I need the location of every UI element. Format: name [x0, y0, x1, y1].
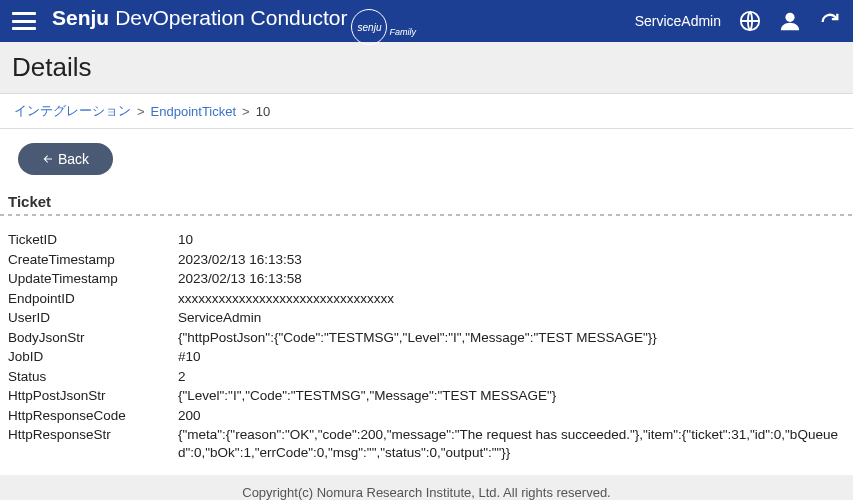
field-label: HttpPostJsonStr [8, 387, 178, 405]
field-value: ServiceAdmin [178, 309, 845, 327]
field-value: 2023/02/13 16:13:53 [178, 251, 845, 269]
field-value: 2 [178, 368, 845, 386]
field-value: {"httpPostJson":{"Code":"TESTMSG","Level… [178, 329, 845, 347]
field-row: BodyJsonStr{"httpPostJson":{"Code":"TEST… [8, 328, 845, 348]
field-row: CreateTimestamp2023/02/13 16:13:53 [8, 250, 845, 270]
field-row: HttpResponseStr{"meta":{"reason":"OK","c… [8, 425, 845, 462]
field-label: HttpResponseCode [8, 407, 178, 425]
field-value: 200 [178, 407, 845, 425]
field-label: UpdateTimestamp [8, 270, 178, 288]
field-label: BodyJsonStr [8, 329, 178, 347]
section-title: Ticket [8, 193, 853, 210]
footer: Copyright(c) Nomura Research Institute, … [0, 475, 853, 500]
field-label: TicketID [8, 231, 178, 249]
field-row: UpdateTimestamp2023/02/13 16:13:58 [8, 269, 845, 289]
brand-rest: DevOperation Conductor [115, 6, 347, 30]
field-label: Status [8, 368, 178, 386]
brand: Senju DevOperation Conductor senju Famil… [52, 3, 635, 39]
refresh-icon[interactable] [819, 10, 841, 32]
topbar-right: ServiceAdmin [635, 10, 841, 32]
field-value: {"Level":"I","Code":"TESTMSG","Message":… [178, 387, 845, 405]
field-label: HttpResponseStr [8, 426, 178, 461]
menu-icon[interactable] [12, 12, 36, 30]
field-value: 2023/02/13 16:13:58 [178, 270, 845, 288]
arrow-left-icon [42, 153, 54, 165]
field-value: xxxxxxxxxxxxxxxxxxxxxxxxxxxxxxxx [178, 290, 845, 308]
page-title: Details [0, 42, 853, 93]
brand-bold: Senju [52, 6, 109, 30]
field-label: JobID [8, 348, 178, 366]
breadcrumb-link[interactable]: インテグレーション [14, 102, 131, 120]
fields-table: TicketID10CreateTimestamp2023/02/13 16:1… [0, 230, 853, 463]
back-label: Back [58, 151, 89, 167]
breadcrumb-link[interactable]: EndpointTicket [151, 104, 237, 119]
breadcrumb-sep: > [242, 104, 250, 119]
field-row: JobID#10 [8, 347, 845, 367]
breadcrumb-current: 10 [256, 104, 270, 119]
field-label: UserID [8, 309, 178, 327]
field-label: EndpointID [8, 290, 178, 308]
field-row: EndpointIDxxxxxxxxxxxxxxxxxxxxxxxxxxxxxx… [8, 289, 845, 309]
field-value: {"meta":{"reason":"OK","code":200,"messa… [178, 426, 845, 461]
svg-point-1 [785, 13, 794, 22]
field-value: 10 [178, 231, 845, 249]
topbar: Senju DevOperation Conductor senju Famil… [0, 0, 853, 42]
globe-icon[interactable] [739, 10, 761, 32]
breadcrumb: インテグレーション>EndpointTicket>10 [0, 93, 853, 129]
divider [0, 214, 853, 216]
field-row: HttpResponseCode200 [8, 406, 845, 426]
field-row: UserIDServiceAdmin [8, 308, 845, 328]
user-icon[interactable] [779, 10, 801, 32]
field-row: Status2 [8, 367, 845, 387]
brand-family: Family [389, 27, 416, 37]
user-label: ServiceAdmin [635, 13, 721, 29]
back-button[interactable]: Back [18, 143, 113, 175]
breadcrumb-sep: > [137, 104, 145, 119]
field-label: CreateTimestamp [8, 251, 178, 269]
field-row: HttpPostJsonStr{"Level":"I","Code":"TEST… [8, 386, 845, 406]
field-value: #10 [178, 348, 845, 366]
brand-sub: senju [351, 3, 387, 39]
field-row: TicketID10 [8, 230, 845, 250]
